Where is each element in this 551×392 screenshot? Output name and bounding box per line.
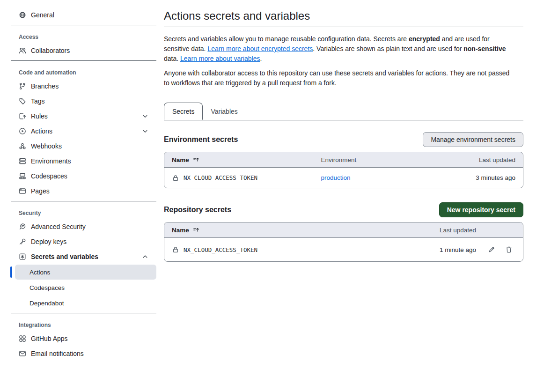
lock-icon xyxy=(172,174,179,182)
active-indicator xyxy=(10,266,12,278)
sidebar-item-collaborators[interactable]: Collaborators xyxy=(11,43,156,58)
sidebar-item-secrets-and-variables[interactable]: Secrets and variables xyxy=(11,249,156,264)
column-header-last-updated: Last updated xyxy=(479,156,515,163)
delete-secret-button[interactable] xyxy=(505,246,513,253)
environment-link[interactable]: production xyxy=(321,174,476,181)
main-content: Actions secrets and variables Secrets an… xyxy=(164,0,523,262)
sidebar-item-label: General xyxy=(31,11,54,19)
last-updated-value: 1 minute ago xyxy=(440,246,476,253)
collaborator-note-paragraph: Anyone with collaborator access to this … xyxy=(164,68,513,88)
secret-name-cell: NX_CLOUD_ACCESS_TOKEN xyxy=(172,174,321,182)
sidebar-item-label: Deploy keys xyxy=(31,238,66,245)
column-header-name[interactable]: Name xyxy=(172,156,321,163)
browser-icon xyxy=(19,187,26,195)
sidebar-item-label: Secrets and variables xyxy=(31,253,98,260)
column-label: Name xyxy=(172,227,189,234)
lock-icon xyxy=(172,246,179,253)
sidebar-subitem-label: Actions xyxy=(29,269,50,276)
sidebar-section-header-integrations: Integrations xyxy=(11,322,156,328)
tag-icon xyxy=(19,97,26,105)
sidebar-item-general[interactable]: General xyxy=(11,7,156,22)
sidebar-subitem-actions[interactable]: Actions xyxy=(15,265,156,280)
mail-icon xyxy=(19,350,26,357)
sidebar-subitem-label: Dependabot xyxy=(29,300,64,307)
row-actions xyxy=(476,246,515,253)
key-asterisk-icon xyxy=(19,253,26,260)
sort-ascending-icon xyxy=(192,226,200,234)
trash-icon xyxy=(505,246,513,253)
environment-secrets-heading: Environment secrets xyxy=(164,135,238,144)
webhook-icon xyxy=(19,142,26,150)
sidebar-item-label: Tags xyxy=(31,97,45,105)
sidebar-item-rules[interactable]: Rules xyxy=(11,109,156,124)
sidebar-divider xyxy=(11,25,156,25)
sidebar-item-email-notifications[interactable]: Email notifications xyxy=(11,346,156,361)
secret-name-cell: NX_CLOUD_ACCESS_TOKEN xyxy=(172,246,440,253)
codespaces-icon xyxy=(19,172,26,180)
intro-text: . Variables are shown as plain text and … xyxy=(313,45,463,52)
sidebar-item-branches[interactable]: Branches xyxy=(11,79,156,94)
column-header-environment: Environment xyxy=(321,156,479,163)
manage-environment-secrets-button[interactable]: Manage environment secrets xyxy=(423,132,523,147)
sidebar-item-tags[interactable]: Tags xyxy=(11,94,156,109)
last-updated-value: 3 minutes ago xyxy=(476,174,515,181)
server-icon xyxy=(19,157,26,165)
repo-settings-page: General Access Collaborators Code and au… xyxy=(0,0,551,392)
secrets-variables-tabnav: Secrets Variables xyxy=(164,103,523,120)
intro-paragraph: Secrets and variables allow you to manag… xyxy=(164,34,513,64)
column-label: Name xyxy=(172,156,189,163)
repository-secret-row: NX_CLOUD_ACCESS_TOKEN 1 minute ago xyxy=(164,238,523,261)
sidebar-item-label: GitHub Apps xyxy=(31,335,68,342)
sidebar-item-label: Collaborators xyxy=(31,47,70,54)
sidebar-item-advanced-security[interactable]: Advanced Security xyxy=(11,219,156,234)
learn-more-variables-link[interactable]: Learn more about variables xyxy=(180,55,260,62)
settings-sidebar: General Access Collaborators Code and au… xyxy=(0,0,156,361)
new-repository-secret-button[interactable]: New repository secret xyxy=(439,202,523,217)
sidebar-item-webhooks[interactable]: Webhooks xyxy=(11,139,156,154)
sidebar-item-label: Environments xyxy=(31,157,71,165)
sidebar-section-header-access: Access xyxy=(11,34,156,40)
sidebar-subitem-codespaces[interactable]: Codespaces xyxy=(15,280,156,295)
intro-bold-encrypted: encrypted xyxy=(409,35,440,43)
learn-more-encrypted-secrets-link[interactable]: Learn more about encrypted secrets xyxy=(207,45,313,52)
sidebar-divider xyxy=(11,313,156,313)
sort-ascending-icon xyxy=(192,156,200,163)
apps-grid-icon xyxy=(19,335,26,342)
repository-secrets-heading: Repository secrets xyxy=(164,206,231,214)
rules-icon xyxy=(19,112,26,120)
sidebar-section-header-security: Security xyxy=(11,210,156,216)
sidebar-item-pages[interactable]: Pages xyxy=(11,184,156,199)
sidebar-item-github-apps[interactable]: GitHub Apps xyxy=(11,331,156,346)
sidebar-item-actions[interactable]: Actions xyxy=(11,124,156,139)
sidebar-subitem-dependabot[interactable]: Dependabot xyxy=(15,296,156,311)
column-header-last-updated: Last updated xyxy=(440,227,476,234)
edit-secret-button[interactable] xyxy=(488,246,495,253)
secret-name: NX_CLOUD_ACCESS_TOKEN xyxy=(184,246,257,253)
tab-secrets[interactable]: Secrets xyxy=(164,103,203,120)
chevron-down-icon xyxy=(141,127,149,135)
sidebar-item-deploy-keys[interactable]: Deploy keys xyxy=(11,234,156,249)
sidebar-item-label: Webhooks xyxy=(31,142,62,150)
tab-variables[interactable]: Variables xyxy=(203,103,245,120)
column-header-name[interactable]: Name xyxy=(172,226,440,234)
sidebar-item-environments[interactable]: Environments xyxy=(11,154,156,169)
intro-text: . xyxy=(260,55,262,62)
repository-secrets-header: Repository secrets New repository secret xyxy=(164,202,523,217)
sidebar-item-label: Email notifications xyxy=(31,350,84,357)
sidebar-item-label: Branches xyxy=(31,82,59,90)
pencil-icon xyxy=(488,246,495,253)
repository-secrets-table: Name Last updated NX_CLOUD_ACCESS_TOKEN … xyxy=(164,222,523,262)
sidebar-item-label: Actions xyxy=(31,127,52,135)
gear-icon xyxy=(19,11,26,19)
sidebar-item-codespaces[interactable]: Codespaces xyxy=(11,169,156,184)
repository-secrets-table-header: Name Last updated xyxy=(164,222,523,238)
environment-secrets-header: Environment secrets Manage environment s… xyxy=(164,132,523,147)
key-icon xyxy=(19,238,26,245)
sidebar-subitem-label: Codespaces xyxy=(29,284,65,291)
sidebar-item-label: Pages xyxy=(31,187,50,195)
sidebar-section-header-code-automation: Code and automation xyxy=(11,69,156,76)
sidebar-item-label: Advanced Security xyxy=(31,223,86,230)
sidebar-item-label: Rules xyxy=(31,112,48,120)
environment-secrets-table: Name Environment Last updated NX_CLOUD_A… xyxy=(164,152,523,188)
intro-bold-non-sensitive: non-sensitive xyxy=(463,45,506,52)
